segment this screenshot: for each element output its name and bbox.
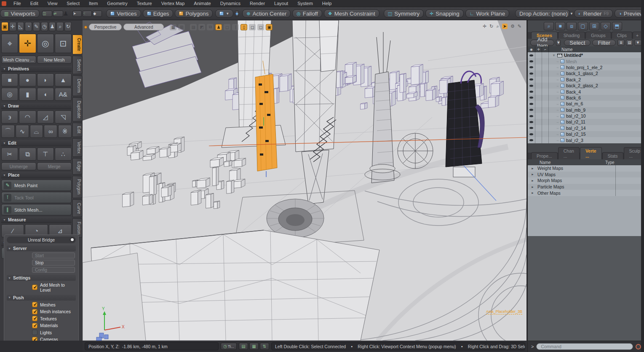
book-toggle-icon[interactable]: ▯	[240, 24, 247, 30]
pin-icon[interactable]: ⊤	[37, 148, 54, 161]
settings-icon[interactable]: ⚙	[510, 24, 515, 29]
menu-select[interactable]: Select	[62, 0, 84, 6]
ellipsoid-primitive-icon[interactable]: ◗	[37, 73, 54, 86]
item-row-bal_r2_14[interactable]: →bal_r2_14	[528, 125, 641, 131]
replicator-icon[interactable]: ◇	[601, 22, 611, 30]
settings-section-header[interactable]: ▼Settings	[7, 275, 76, 281]
falloff-sphere-icon[interactable]: ◎	[37, 34, 54, 53]
item-row-bal_r2_10[interactable]: →bal_r2_10	[528, 113, 641, 119]
fullscreen-toggle-icon[interactable]: ▣	[266, 24, 273, 30]
bridge-status-radio[interactable]	[70, 237, 75, 242]
shield-select-icon[interactable]: ◆	[93, 11, 102, 17]
select-through-icon[interactable]: ➤	[72, 11, 82, 17]
polyline-curve-icon[interactable]: ⌓	[30, 125, 43, 138]
push-lights[interactable]: Lights	[32, 330, 76, 335]
cursor-cube-icon[interactable]: ▢	[578, 22, 588, 30]
lower-tab-prope[interactable]: Prope...	[531, 152, 558, 159]
quad-view-icon[interactable]: ⊞	[178, 24, 185, 30]
transform-tool-icon[interactable]: ✛	[19, 34, 36, 53]
viewport-state-dot[interactable]	[84, 26, 87, 29]
mesh-constraint-button[interactable]: ❖Mesh Constraint	[324, 9, 379, 18]
polygons-mode-button[interactable]: Polygons	[175, 9, 213, 18]
polygon-pen-icon[interactable]: ◿	[37, 110, 54, 124]
eye-visibility-toggle[interactable]	[528, 137, 535, 143]
symmetry-button[interactable]: ◫Symmetry	[384, 9, 424, 18]
push-textures[interactable]: Textures	[32, 316, 76, 321]
zoom-icon[interactable]: ⌕	[497, 24, 499, 29]
checkbox-icon[interactable]	[32, 330, 37, 335]
server-config-button[interactable]: Config	[32, 267, 75, 273]
left-tab-deform[interactable]: Deform	[72, 75, 83, 96]
arc-curve-icon[interactable]: ⌒	[1, 125, 15, 138]
viewport-scene[interactable]: Y X	[83, 20, 526, 341]
eye-visibility-toggle[interactable]	[528, 113, 535, 119]
checkbox-icon[interactable]	[32, 285, 37, 290]
layout-select-icon[interactable]: ◺	[17, 22, 24, 31]
viewport-split-icon[interactable]: ◫	[42, 11, 52, 17]
map-group-uv-maps[interactable]: ►UV Maps	[528, 172, 641, 178]
rows-icon[interactable]: ▤	[626, 40, 633, 46]
eye-visibility-toggle[interactable]	[528, 58, 535, 64]
item-row-back_2_glass_2[interactable]: →back_2_glass_2	[528, 83, 641, 89]
menu-geometry[interactable]: Geometry	[102, 0, 132, 6]
left-tab-select[interactable]: Select	[72, 56, 83, 74]
mesh-paint-tool[interactable]: ✎ Mesh Paint	[1, 180, 72, 191]
items-mode-button[interactable]: ▼	[215, 9, 233, 18]
name-column-header[interactable]: Name	[549, 47, 573, 52]
spiral-tool-icon[interactable]: ϶	[1, 110, 18, 124]
cursor-icon[interactable]: ➤	[502, 24, 508, 29]
viewport-3d[interactable]: Y X Perspective Advanced ▦ ⊞ ▨ ◩ ⧉ ♟ ◻ |…	[83, 20, 526, 341]
push-mesh-instances[interactable]: Mesh instances	[32, 309, 76, 314]
item-row-bal_r2_3[interactable]: →bal_r2_3	[528, 137, 641, 143]
layout-model-icon[interactable]: ▣	[1, 22, 8, 31]
materials-mode-icon[interactable]: ◆	[235, 11, 239, 17]
text-primitive-icon[interactable]: A&	[55, 88, 72, 101]
lower-tab-verte[interactable]: Verte ...	[580, 147, 602, 159]
aux-toggle-1-icon[interactable]: ◻	[249, 24, 256, 30]
work-plane-button[interactable]: ∟Work Plane	[465, 9, 509, 18]
cylinder-primitive-icon[interactable]: ▮	[19, 88, 36, 101]
add-item-dropdown[interactable]: ▼	[556, 40, 561, 46]
expander-arrow-icon[interactable]: ►	[531, 179, 534, 182]
command-record-icon[interactable]	[636, 344, 641, 349]
eye-visibility-toggle[interactable]	[528, 52, 535, 58]
item-row-bal_r2_15[interactable]: →bal_r2_15	[528, 131, 641, 137]
menu-vertex-map[interactable]: Vertex Map	[157, 0, 190, 6]
left-tab-edit[interactable]: Edit	[72, 123, 83, 137]
map-group-morph-maps[interactable]: ►Morph Maps	[528, 177, 641, 184]
eye-visibility-toggle[interactable]	[528, 83, 535, 89]
menu-item[interactable]: Item	[84, 0, 102, 6]
item-row-bal_r2_11[interactable]: →bal_r2_11	[528, 119, 641, 125]
menu-render[interactable]: Render	[245, 0, 270, 6]
pin-column-icon[interactable]: ✛	[535, 46, 542, 52]
grid-toggle-icon[interactable]: ▦	[170, 24, 176, 30]
tab-shading[interactable]: Shading	[558, 32, 585, 39]
draw-header[interactable]: ▼ Draw	[1, 103, 72, 109]
layout-pen-icon[interactable]: ✎	[33, 22, 40, 31]
mesh-item-icon[interactable]: ■	[555, 22, 565, 30]
item-row-mesh[interactable]: →Mesh	[528, 58, 641, 64]
drop-action-select[interactable]: Drop Action: (none)▼	[515, 9, 570, 18]
time-tool-button[interactable]: ◷ Ti...	[221, 343, 237, 350]
torus-primitive-icon[interactable]: ◎	[1, 88, 18, 101]
left-tab-create[interactable]: Create	[72, 35, 83, 54]
list-style-icon[interactable]: ≣	[617, 40, 625, 46]
item-row-holo_proj_1_ele_2[interactable]: →holo_proj_1_ele_2	[528, 64, 641, 70]
item-row-back_4[interactable]: →Back_4	[528, 89, 641, 94]
map-group-other-maps[interactable]: ►Other Maps	[528, 190, 641, 196]
item-row-bal_m_6[interactable]: →bal_m_6	[528, 101, 641, 107]
tack-tool[interactable]: ⊺ Tack Tool	[1, 192, 72, 203]
item-row-untitled[interactable]: ▼Untitled*	[528, 52, 641, 58]
render-column-icon[interactable]: ⌐	[542, 46, 549, 52]
filter-funnel-icon[interactable]: ▼	[634, 40, 641, 46]
viewport-swap-icon[interactable]: ⇌	[53, 11, 63, 17]
printer-icon[interactable]: ▤	[239, 343, 248, 350]
action-center-button[interactable]: ⊕Action Center	[242, 9, 291, 18]
lower-tab-chan[interactable]: Chan ...	[558, 147, 580, 159]
setting-add-mesh-to-level[interactable]: Add Mesh to Level	[32, 282, 76, 293]
expander-arrow-icon[interactable]: ►	[531, 167, 534, 170]
eye-visibility-toggle[interactable]	[528, 119, 535, 125]
left-tab-polygon[interactable]: Polygon	[72, 176, 83, 198]
menu-texture[interactable]: Texture	[132, 0, 157, 6]
overlay-toggle-icon[interactable]: ⧉	[207, 24, 214, 30]
